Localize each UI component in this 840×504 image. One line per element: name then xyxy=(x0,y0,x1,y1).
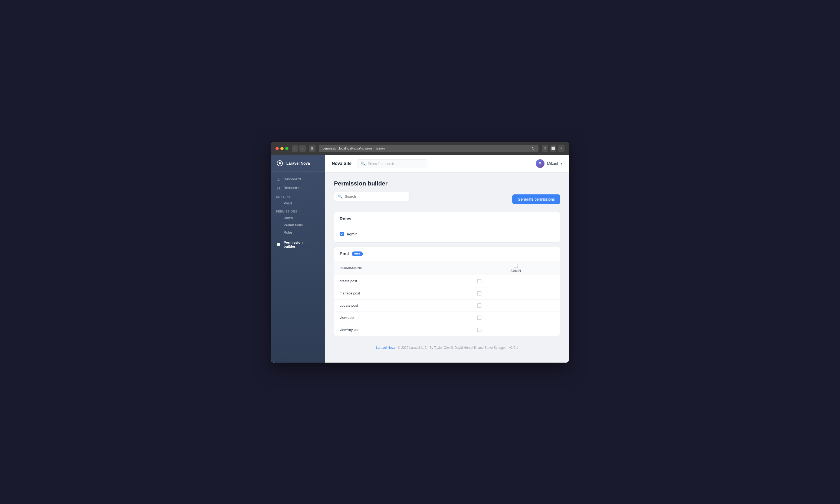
footer-link[interactable]: Laravel Nova xyxy=(376,346,396,349)
url-text: permission.localhost/nova/nova-permissio… xyxy=(322,147,385,150)
col-header-permissions: PERMISSIONS xyxy=(334,260,472,275)
table-header-row: PERMISSIONS ADMIN xyxy=(334,260,560,275)
sidebar-item-permission-builder[interactable]: ⊞ Permission builder xyxy=(271,238,325,251)
permission-name: update post xyxy=(334,299,472,311)
chevron-down-icon[interactable]: ▾ xyxy=(561,162,562,165)
top-header: Nova Site 🔍 Press / to search M Mikael ▾ xyxy=(325,155,569,173)
header-search-bar[interactable]: 🔍 Press / to search xyxy=(357,159,427,168)
resources-icon: ⊡ xyxy=(276,186,281,190)
sidebar-item-dashboard[interactable]: ⌂ Dashboard xyxy=(271,175,325,184)
search-icon: 🔍 xyxy=(361,161,366,166)
permission-checkbox-1[interactable] xyxy=(477,291,482,295)
web-badge: web xyxy=(352,251,363,256)
post-card-header: Post web xyxy=(334,247,560,260)
table-row: create post xyxy=(334,275,560,287)
permission-checkbox-0[interactable] xyxy=(477,279,482,283)
sidebar-item-resources[interactable]: ⊡ Resources xyxy=(271,184,325,192)
table-row: viewAny post xyxy=(334,324,560,336)
brand-name: Laravel Nova xyxy=(286,161,310,165)
permission-name: create post xyxy=(334,275,472,287)
site-name: Nova Site xyxy=(332,161,352,166)
sidebar-brand: Laravel Nova xyxy=(271,155,325,172)
minimize-button[interactable] xyxy=(280,147,284,150)
share-button[interactable]: ⬆ xyxy=(542,145,548,152)
reload-button[interactable]: ↻ xyxy=(531,146,535,150)
brand-icon xyxy=(276,160,284,167)
permission-checkbox-2[interactable] xyxy=(477,303,482,308)
admin-checkbox[interactable] xyxy=(339,232,344,236)
browser-chrome: ‹ › ⊞ permission.localhost/nova/nova-per… xyxy=(271,142,569,155)
permission-admin-cell xyxy=(472,311,560,324)
browser-actions: ⬆ ⬜ + xyxy=(542,145,564,152)
admin-col-header-wrap xyxy=(477,264,555,269)
permission-admin-cell xyxy=(472,299,560,311)
new-tab-button[interactable]: + xyxy=(558,145,564,152)
post-card: Post web PERMISSIONS ADMIN xyxy=(334,247,560,336)
permission-name: view post xyxy=(334,311,472,324)
header-left: Nova Site 🔍 Press / to search xyxy=(332,159,427,168)
permission-name: manage post xyxy=(334,287,472,299)
roles-card-header: Roles xyxy=(334,212,560,226)
avatar: M xyxy=(536,159,544,168)
footer-copyright: © 2019 Laravel LLC · By Taylor Otwell, D… xyxy=(398,346,507,349)
home-icon: ⌂ xyxy=(276,177,281,181)
section-label-content: CONTENT xyxy=(271,192,325,200)
roles-card: Roles Admin xyxy=(334,212,560,242)
sidebar-item-permissions[interactable]: Permissions xyxy=(271,221,325,229)
roles-card-title: Roles xyxy=(339,217,352,221)
permission-checkbox-3[interactable] xyxy=(477,316,482,320)
sidebar-item-label: Resources xyxy=(284,186,300,190)
browser-nav: ‹ › xyxy=(292,145,306,152)
sidebar-item-posts[interactable]: Posts xyxy=(271,200,325,207)
close-button[interactable] xyxy=(276,147,279,150)
admin-select-all-checkbox[interactable] xyxy=(514,264,518,268)
role-row-admin: Admin xyxy=(339,230,555,238)
post-card-title: Post xyxy=(339,251,349,256)
permission-checkbox-4[interactable] xyxy=(477,328,482,332)
filter-search-bar[interactable]: 🔍 xyxy=(334,192,410,201)
roles-card-body: Admin xyxy=(334,226,560,242)
admin-role-label: Admin xyxy=(347,232,357,236)
filter-search-input[interactable] xyxy=(345,194,406,198)
sidebar-toggle-button[interactable]: ⊞ xyxy=(309,145,316,152)
col-header-admin: ADMIN xyxy=(472,260,560,275)
sidebar-item-roles[interactable]: Roles xyxy=(271,229,325,236)
forward-button[interactable]: › xyxy=(299,145,306,152)
maximize-button[interactable] xyxy=(285,147,288,150)
svg-point-1 xyxy=(279,162,281,164)
address-bar[interactable]: permission.localhost/nova/nova-permissio… xyxy=(319,145,539,152)
filter-search-icon: 🔍 xyxy=(338,194,343,199)
traffic-lights xyxy=(276,147,288,150)
permission-admin-cell xyxy=(472,275,560,287)
permission-builder-icon: ⊞ xyxy=(276,242,281,247)
main-area: Nova Site 🔍 Press / to search M Mikael ▾ xyxy=(325,155,569,363)
back-button[interactable]: ‹ xyxy=(292,145,298,152)
search-placeholder-text: Press / to search xyxy=(368,162,394,166)
generate-permissions-button[interactable]: Generate permissions xyxy=(512,194,560,204)
top-actions: 🔍 Generate permissions xyxy=(334,192,560,206)
table-row: manage post xyxy=(334,287,560,299)
permission-name: viewAny post xyxy=(334,324,472,336)
footer-version: v2.6.1 xyxy=(509,346,518,349)
permission-admin-cell xyxy=(472,324,560,336)
sidebar-item-users[interactable]: Users xyxy=(271,214,325,221)
sidebar-item-label: Dashboard xyxy=(284,177,301,181)
section-label-permissions: PERMISSIONS xyxy=(271,207,325,214)
header-right: M Mikael ▾ xyxy=(536,159,562,168)
sidebar: Laravel Nova ⌂ Dashboard ⊡ Resources CON… xyxy=(271,155,325,363)
app-container: Laravel Nova ⌂ Dashboard ⊡ Resources CON… xyxy=(271,155,569,363)
user-name: Mikael xyxy=(547,161,558,166)
sidebar-item-label: Permission xyxy=(284,240,302,245)
permission-admin-cell xyxy=(472,287,560,299)
table-row: update post xyxy=(334,299,560,311)
sidebar-item-label-2: builder xyxy=(284,245,302,249)
permissions-table: PERMISSIONS ADMIN create postmanage xyxy=(334,260,560,336)
footer-separator-2: · xyxy=(507,346,509,349)
tab-button[interactable]: ⬜ xyxy=(550,145,556,152)
page-content: Permission builder 🔍 Generate permission… xyxy=(325,173,569,363)
sidebar-nav: ⌂ Dashboard ⊡ Resources CONTENT Posts PE… xyxy=(271,172,325,363)
page-title: Permission builder xyxy=(334,180,560,187)
footer: Laravel Nova · © 2019 Laravel LLC · By T… xyxy=(334,340,560,355)
admin-col-label: ADMIN xyxy=(477,269,555,272)
table-row: view post xyxy=(334,311,560,324)
